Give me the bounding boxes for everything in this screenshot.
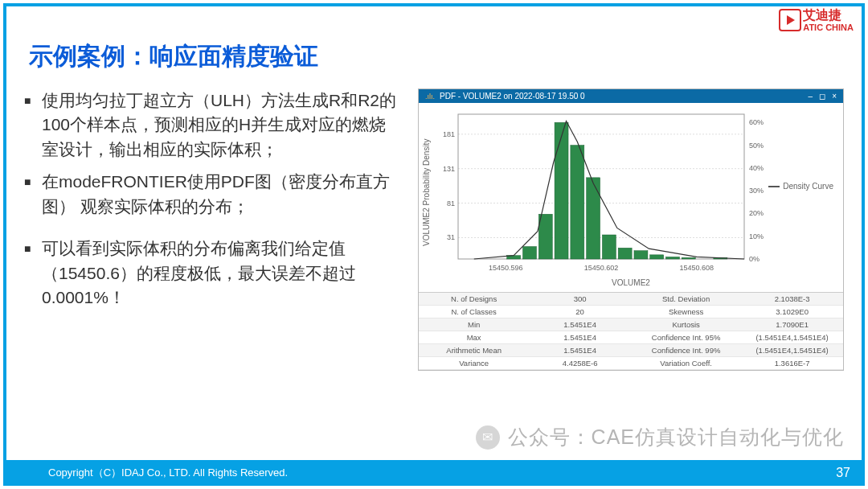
table-cell: (1.5451E4,1.5451E4) xyxy=(741,344,843,356)
stats-table: N. of Designs300Std. Deviation2.1038E-3N… xyxy=(419,292,843,370)
svg-text:15450.602: 15450.602 xyxy=(584,264,619,272)
svg-text:10%: 10% xyxy=(749,232,764,240)
table-cell: Variation Coeff. xyxy=(631,357,741,369)
bullet-text: 在modeFRONTIER使用PDF图（密度分布直方图） 观察实际体积的分布； xyxy=(42,170,402,219)
plot-area: VOLUME2 Probability Density 318113118110… xyxy=(419,103,843,277)
page-title: 示例案例：响应面精度验证 xyxy=(29,40,318,73)
page-number: 37 xyxy=(836,466,850,480)
svg-rect-16 xyxy=(523,247,537,259)
bullet-icon: ■ xyxy=(24,170,42,219)
svg-text:0%: 0% xyxy=(749,255,760,263)
table-cell: 20 xyxy=(529,306,631,318)
table-cell: 3.1029E0 xyxy=(741,306,843,318)
bullet-icon: ■ xyxy=(24,236,42,310)
svg-rect-20 xyxy=(587,178,600,259)
svg-text:15450.608: 15450.608 xyxy=(679,264,714,272)
logo-en: ATIC CHINA xyxy=(803,23,854,32)
svg-text:40%: 40% xyxy=(749,164,764,172)
histogram-chart: 318113118110%20%30%40%50%60%15450.596154… xyxy=(431,108,784,277)
table-cell: (1.5451E4,1.5451E4) xyxy=(741,331,843,343)
close-icon[interactable]: × xyxy=(832,92,837,101)
table-cell: 1.5451E4 xyxy=(529,331,631,343)
bullet-text: 可以看到实际体积的分布偏离我们给定值（15450.6）的程度极低，最大误差不超过… xyxy=(42,236,402,310)
chart-titlebar: .ılı. PDF - VOLUME2 on 2022-08-17 19.50 … xyxy=(419,89,843,103)
svg-text:60%: 60% xyxy=(749,118,764,126)
svg-rect-26 xyxy=(682,257,695,259)
svg-text:31: 31 xyxy=(447,233,455,241)
table-cell: Skewness xyxy=(631,306,741,318)
table-cell: 4.4258E-6 xyxy=(529,357,631,369)
legend-label: Density Curve xyxy=(783,182,833,191)
wechat-icon: ✉ xyxy=(476,425,500,450)
logo: 艾迪捷 ATIC CHINA xyxy=(779,8,854,32)
table-cell: N. of Designs xyxy=(419,293,529,305)
table-cell: Max xyxy=(419,331,529,343)
svg-text:131: 131 xyxy=(443,165,455,173)
y-axis-label: VOLUME2 Probability Density xyxy=(422,108,431,277)
slide: 艾迪捷 ATIC CHINA 示例案例：响应面精度验证 ■使用均匀拉丁超立方（U… xyxy=(0,0,868,489)
table-cell: 1.3616E-7 xyxy=(741,357,843,369)
logo-cn: 艾迪捷 xyxy=(803,8,854,23)
table-row: Min1.5451E4Kurtosis1.7090E1 xyxy=(419,318,843,331)
logo-icon xyxy=(779,9,801,31)
svg-rect-18 xyxy=(555,122,568,259)
table-cell: Arithmetic Mean xyxy=(419,344,529,356)
chart-window-title: PDF - VOLUME2 on 2022-08-17 19.50 0 xyxy=(440,92,585,101)
footer: Copyright（C）IDAJ Co., LTD. All Rights Re… xyxy=(3,460,865,486)
table-cell: Confidence Int. 95% xyxy=(631,331,741,343)
svg-rect-21 xyxy=(602,235,616,259)
table-cell: Std. Deviation xyxy=(631,293,741,305)
bullet-icon: ■ xyxy=(24,88,42,162)
svg-text:30%: 30% xyxy=(749,187,764,195)
x-axis-label: VOLUME2 xyxy=(419,277,843,292)
table-cell: N. of Classes xyxy=(419,306,529,318)
logo-text: 艾迪捷 ATIC CHINA xyxy=(803,8,854,32)
table-cell: Confidence Int. 99% xyxy=(631,344,741,356)
svg-text:181: 181 xyxy=(443,130,455,138)
watermark: ✉ 公众号：CAE仿真设计自动化与优化 xyxy=(476,424,844,450)
bullet-list: ■使用均匀拉丁超立方（ULH）方法生成R和R2的100个样本点，预测相应的H并生… xyxy=(24,88,402,318)
list-item: ■使用均匀拉丁超立方（ULH）方法生成R和R2的100个样本点，预测相应的H并生… xyxy=(24,88,402,162)
watermark-text: 公众号：CAE仿真设计自动化与优化 xyxy=(508,424,844,450)
svg-text:20%: 20% xyxy=(749,209,764,217)
table-cell: Variance xyxy=(419,357,529,369)
chart-legend: Density Curve xyxy=(768,182,833,191)
svg-rect-25 xyxy=(666,257,680,259)
table-cell: 1.7090E1 xyxy=(741,318,843,331)
table-row: Variance4.4258E-6Variation Coeff.1.3616E… xyxy=(419,357,843,370)
restore-icon[interactable]: ◻ xyxy=(819,92,825,101)
list-item: ■可以看到实际体积的分布偏离我们给定值（15450.6）的程度极低，最大误差不超… xyxy=(24,236,402,310)
svg-rect-24 xyxy=(650,255,664,259)
legend-line-icon xyxy=(768,186,780,187)
table-cell: 1.5451E4 xyxy=(529,318,631,331)
svg-text:50%: 50% xyxy=(749,142,764,150)
table-cell: Min xyxy=(419,318,529,331)
table-row: Arithmetic Mean1.5451E4Confidence Int. 9… xyxy=(419,344,843,357)
chart-window: .ılı. PDF - VOLUME2 on 2022-08-17 19.50 … xyxy=(418,88,844,371)
table-cell: 1.5451E4 xyxy=(529,344,631,356)
table-cell: 300 xyxy=(529,293,631,305)
table-row: Max1.5451E4Confidence Int. 95%(1.5451E4,… xyxy=(419,331,843,344)
svg-rect-22 xyxy=(618,248,632,259)
svg-rect-19 xyxy=(571,146,584,259)
svg-rect-17 xyxy=(538,214,552,259)
svg-rect-23 xyxy=(634,251,648,259)
table-row: N. of Classes20Skewness3.1029E0 xyxy=(419,306,843,318)
table-cell: 2.1038E-3 xyxy=(741,293,843,305)
list-item: ■在modeFRONTIER使用PDF图（密度分布直方图） 观察实际体积的分布； xyxy=(24,170,402,219)
table-row: N. of Designs300Std. Deviation2.1038E-3 xyxy=(419,293,843,306)
minimize-icon[interactable]: – xyxy=(809,92,813,101)
svg-text:15450.596: 15450.596 xyxy=(489,264,523,272)
table-cell: Kurtosis xyxy=(631,318,741,331)
svg-text:81: 81 xyxy=(447,199,455,208)
bullet-text: 使用均匀拉丁超立方（ULH）方法生成R和R2的100个样本点，预测相应的H并生成… xyxy=(42,88,402,162)
chart-icon: .ılı. xyxy=(425,92,435,101)
copyright-text: Copyright（C）IDAJ Co., LTD. All Rights Re… xyxy=(48,466,288,480)
